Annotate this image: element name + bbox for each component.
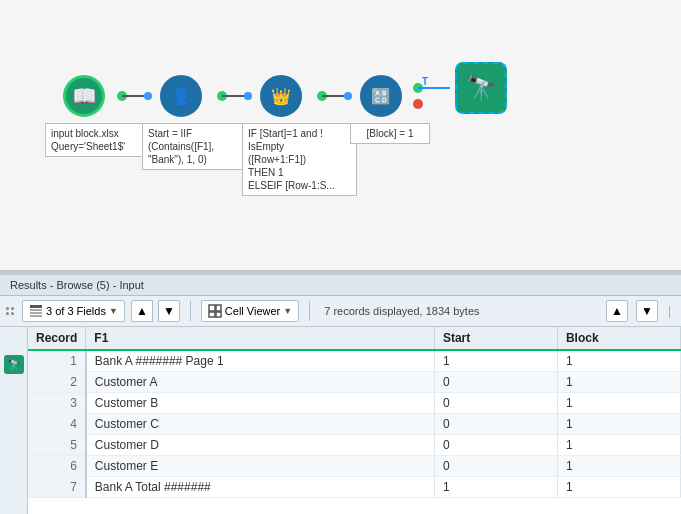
separator-2	[309, 301, 310, 321]
svg-point-8	[344, 92, 352, 100]
svg-point-6	[317, 91, 327, 101]
cell-viewer-icon	[208, 304, 222, 318]
table-icon	[29, 304, 43, 318]
separator-line: |	[668, 304, 671, 318]
cell-start: 0	[434, 372, 557, 393]
cell-block: 1	[557, 350, 680, 372]
workflow-canvas: T 📖 input block.xlsx Query='Sheet1$' 👤 S…	[0, 0, 681, 270]
table-row[interactable]: 5 Customer D 0 1	[28, 435, 681, 456]
node-input-label: input block.xlsx Query='Sheet1$'	[51, 128, 125, 152]
cell-record: 2	[28, 372, 86, 393]
fields-down-button[interactable]: ▼	[158, 300, 180, 322]
fields-label: 3 of 3 Fields	[46, 305, 106, 317]
svg-point-9	[413, 83, 423, 93]
node-formula1[interactable]: 👤 Start = IIF(Contains([F1],"Bank"), 1, …	[160, 75, 202, 117]
cell-f1: Customer B	[86, 393, 435, 414]
cell-start: 0	[434, 393, 557, 414]
cell-block: 1	[557, 456, 680, 477]
table-row[interactable]: 1 Bank A ####### Page 1 1 1	[28, 350, 681, 372]
svg-rect-17	[209, 305, 215, 311]
node-formula2[interactable]: 👑 IF [Start]=1 and !IsEmpty([Row+1:F1])T…	[260, 75, 302, 117]
svg-point-0	[117, 91, 127, 101]
svg-point-3	[217, 91, 227, 101]
table-row[interactable]: 2 Customer A 0 1	[28, 372, 681, 393]
book-icon: 📖	[72, 84, 97, 108]
formula1-icon: 👤	[171, 87, 191, 106]
node-filter[interactable]: 🔠 [Block] = 1	[360, 75, 402, 117]
separator-1	[190, 301, 191, 321]
cell-record: 7	[28, 477, 86, 498]
results-table-container[interactable]: Record F1 Start Block 1	[28, 327, 681, 514]
node-filter-label: [Block] = 1	[367, 128, 414, 139]
nav-up-button[interactable]: ▲	[606, 300, 628, 322]
table-row[interactable]: 3 Customer B 0 1	[28, 393, 681, 414]
node-browse[interactable]: 🔭	[455, 62, 507, 114]
cell-block: 1	[557, 435, 680, 456]
cell-record: 3	[28, 393, 86, 414]
cell-f1: Customer C	[86, 414, 435, 435]
results-toolbar: 3 of 3 Fields ▼ ▲ ▼ Cell Viewer ▼ 7 reco…	[0, 296, 681, 327]
cell-f1: Customer D	[86, 435, 435, 456]
table-area: 🔭 Record F1	[0, 327, 681, 514]
node-input[interactable]: 📖 input block.xlsx Query='Sheet1$'	[63, 75, 105, 117]
svg-rect-19	[209, 312, 215, 317]
col-header-record: Record	[28, 327, 86, 350]
cell-start: 1	[434, 477, 557, 498]
results-table: Record F1 Start Block 1	[28, 327, 681, 498]
node-formula2-label: IF [Start]=1 and !IsEmpty([Row+1:F1])THE…	[248, 128, 335, 191]
cell-start: 0	[434, 414, 557, 435]
nav-down-button[interactable]: ▼	[636, 300, 658, 322]
cell-f1: Customer E	[86, 456, 435, 477]
table-header-row: Record F1 Start Block	[28, 327, 681, 350]
filter-icon: 🔠	[371, 87, 391, 106]
svg-point-5	[244, 92, 252, 100]
svg-rect-14	[30, 309, 42, 311]
results-header: Results - Browse (5) - Input	[0, 275, 681, 296]
row-icons-strip: 🔭	[0, 327, 28, 514]
results-panel: Results - Browse (5) - Input 3 of 3 Fiel…	[0, 273, 681, 514]
results-title: Results - Browse (5) - Input	[10, 279, 144, 291]
svg-rect-15	[30, 312, 42, 314]
svg-text:T: T	[422, 76, 428, 87]
cell-f1: Bank A Total #######	[86, 477, 435, 498]
fields-button[interactable]: 3 of 3 Fields ▼	[22, 300, 125, 322]
cell-viewer-label: Cell Viewer	[225, 305, 280, 317]
cell-start: 0	[434, 456, 557, 477]
svg-point-2	[144, 92, 152, 100]
fields-chevron: ▼	[109, 306, 118, 316]
formula2-icon: 👑	[271, 87, 291, 106]
cell-record: 5	[28, 435, 86, 456]
cell-f1: Customer A	[86, 372, 435, 393]
table-row[interactable]: 6 Customer E 0 1	[28, 456, 681, 477]
binoculars-icon: 🔭	[466, 74, 496, 102]
drag-handle[interactable]	[6, 307, 14, 315]
svg-rect-20	[216, 312, 221, 317]
strip-browse-icon: 🔭	[4, 355, 24, 374]
svg-rect-16	[30, 315, 42, 317]
cell-block: 1	[557, 372, 680, 393]
cell-block: 1	[557, 477, 680, 498]
cell-record: 6	[28, 456, 86, 477]
svg-point-12	[413, 99, 423, 109]
table-row[interactable]: 7 Bank A Total ####### 1 1	[28, 477, 681, 498]
cell-start: 0	[434, 435, 557, 456]
viewer-chevron: ▼	[283, 306, 292, 316]
cell-block: 1	[557, 414, 680, 435]
cell-record: 4	[28, 414, 86, 435]
records-info: 7 records displayed, 1834 bytes	[324, 305, 479, 317]
fields-up-button[interactable]: ▲	[131, 300, 153, 322]
node-formula1-label: Start = IIF(Contains([F1],"Bank"), 1, 0)	[148, 128, 214, 165]
svg-rect-13	[30, 305, 42, 308]
cell-f1: Bank A ####### Page 1	[86, 350, 435, 372]
col-header-f1[interactable]: F1	[86, 327, 435, 350]
table-row[interactable]: 4 Customer C 0 1	[28, 414, 681, 435]
svg-rect-18	[216, 305, 221, 311]
col-header-start[interactable]: Start	[434, 327, 557, 350]
cell-start: 1	[434, 350, 557, 372]
cell-block: 1	[557, 393, 680, 414]
col-header-block[interactable]: Block	[557, 327, 680, 350]
cell-viewer-button[interactable]: Cell Viewer ▼	[201, 300, 299, 322]
cell-record: 1	[28, 350, 86, 372]
